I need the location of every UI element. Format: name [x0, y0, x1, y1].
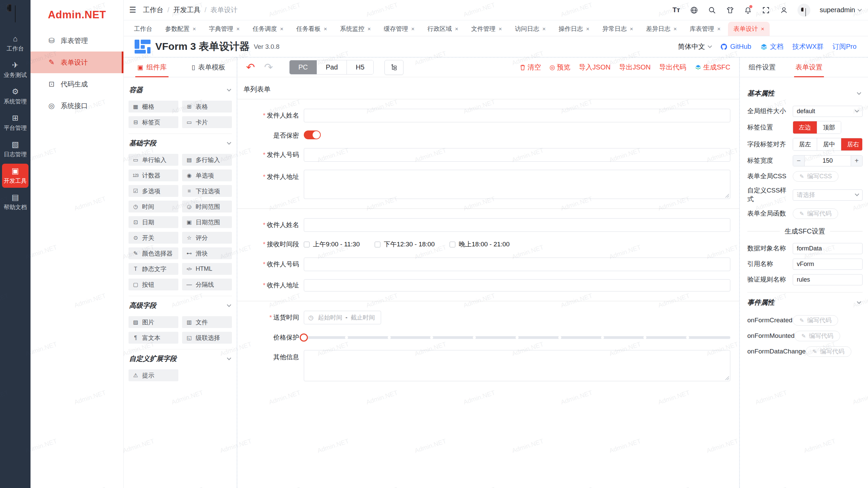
write-css-button[interactable]: ✎ 编写CSS — [793, 171, 839, 182]
widget-html[interactable]: </>HTML — [182, 263, 232, 275]
tab-exception-log[interactable]: 异常日志× — [597, 22, 638, 36]
generate-sfc-button[interactable]: 生成SFC — [695, 63, 730, 72]
widget-textarea[interactable]: ▤多行输入 — [182, 154, 232, 166]
tab-component-library[interactable]: ▣ 组件库 — [124, 58, 180, 77]
label-position-left[interactable]: 左边 — [793, 121, 817, 134]
write-code-button[interactable]: ✎ 编写代码 — [806, 346, 851, 357]
section-header-custom-fields[interactable]: 自定义扩展字段 — [129, 354, 231, 363]
tab-admin-region[interactable]: 行政区域× — [422, 22, 464, 36]
widget-button[interactable]: ▢按钮 — [129, 279, 178, 290]
sidebar-item-db-table-mgmt[interactable]: ⛁ 库表管理 — [31, 30, 123, 52]
label-align-right[interactable]: 居右 — [841, 138, 863, 150]
language-select[interactable]: 简体中文 — [678, 42, 711, 51]
widget-date[interactable]: ⊡日期 — [129, 216, 178, 228]
tab-cache-mgmt[interactable]: 缓存管理× — [378, 22, 420, 36]
widget-time-range[interactable]: ◶时间范围 — [182, 201, 232, 212]
close-icon[interactable]: × — [236, 26, 240, 32]
close-icon[interactable]: × — [280, 26, 283, 32]
widget-date-range[interactable]: ▣日期范围 — [182, 216, 232, 228]
user-avatar[interactable] — [797, 4, 810, 17]
price-protection-slider[interactable] — [304, 333, 730, 342]
widget-number[interactable]: 123计数器 — [129, 169, 178, 181]
tab-workbench[interactable]: 工作台 — [129, 22, 158, 36]
recipient-name-input[interactable] — [304, 218, 730, 232]
import-json-button[interactable]: 导入JSON — [579, 63, 610, 72]
close-icon[interactable]: × — [455, 26, 458, 32]
tab-dict-mgmt[interactable]: 字典管理× — [203, 22, 245, 36]
subscribe-pro-link[interactable]: 订阅Pro — [832, 42, 856, 51]
breadcrumb-item-home[interactable]: 工作台 — [143, 5, 163, 15]
tab-task-schedule[interactable]: 任务调度× — [247, 22, 289, 36]
tab-file-mgmt[interactable]: 文件管理× — [466, 22, 508, 36]
section-header-containers[interactable]: 容器 — [129, 85, 231, 95]
user-menu[interactable]: superadmin — [820, 6, 861, 14]
close-icon[interactable]: × — [368, 26, 371, 32]
widget-select[interactable]: ≡下拉选项 — [182, 185, 232, 197]
export-json-button[interactable]: 导出JSON — [619, 63, 651, 72]
export-code-button[interactable]: 导出代码 — [659, 63, 686, 72]
label-width-value[interactable]: 150 — [804, 156, 851, 166]
notification-button[interactable] — [744, 6, 752, 15]
widget-rich-text[interactable]: ¶富文本 — [129, 332, 178, 344]
widget-time[interactable]: ◷时间 — [129, 201, 178, 212]
sidebar-item-system-api[interactable]: ◎ 系统接口 — [31, 95, 123, 117]
label-align-center[interactable]: 居中 — [817, 138, 841, 150]
write-code-button[interactable]: ✎ 编写代码 — [794, 331, 840, 341]
collapse-menu-icon[interactable]: ☰ — [129, 6, 136, 14]
widget-tabs[interactable]: ⊟标签页 — [129, 116, 178, 128]
undo-button[interactable]: ↶ — [246, 62, 255, 73]
close-icon[interactable]: × — [630, 26, 633, 32]
widget-static-text[interactable]: T静态文字 — [129, 263, 178, 275]
widget-rate[interactable]: ☆评分 — [182, 232, 232, 244]
sender-number-input[interactable] — [304, 148, 730, 162]
widget-file[interactable]: ▥文件 — [182, 316, 232, 328]
widget-input[interactable]: ▭单行输入 — [129, 154, 178, 166]
tab-form-templates[interactable]: ▯ 表单模板 — [180, 58, 237, 77]
tab-param-config[interactable]: 参数配置× — [160, 22, 201, 36]
widget-slider[interactable]: ⊷滑块 — [182, 247, 232, 259]
sender-name-input[interactable] — [304, 109, 730, 122]
widget-table[interactable]: ⊞表格 — [182, 101, 232, 113]
fullscreen-button[interactable] — [762, 6, 770, 15]
increase-button[interactable]: + — [851, 156, 862, 166]
language-button[interactable] — [690, 6, 698, 15]
tab-system-monitor[interactable]: 系统监控× — [335, 22, 376, 36]
rail-item-business-test[interactable]: ✈ 业务测试 — [2, 58, 28, 82]
checkbox-evening[interactable]: 晚上18:00 - 21:00 — [450, 240, 510, 249]
custom-css-select[interactable]: 请选择 — [793, 189, 863, 201]
widget-alert[interactable]: ⚠提示 — [129, 369, 178, 381]
rules-name-input[interactable] — [793, 274, 863, 285]
label-position-top[interactable]: 顶部 — [817, 121, 841, 134]
confidential-switch[interactable] — [304, 130, 321, 139]
close-icon[interactable]: × — [717, 26, 721, 32]
close-icon[interactable]: × — [542, 26, 546, 32]
section-header-basic-fields[interactable]: 基础字段 — [129, 139, 231, 148]
theme-button[interactable] — [726, 6, 734, 15]
close-icon[interactable]: × — [499, 26, 502, 32]
data-object-name-input[interactable] — [793, 243, 863, 254]
preview-button[interactable]: ◎ 预览 — [550, 63, 571, 72]
device-pc-button[interactable]: PC — [290, 60, 317, 74]
sidebar-item-code-gen[interactable]: ⊡ 代码生成 — [31, 73, 123, 95]
sender-address-textarea[interactable] — [304, 170, 730, 199]
label-align-left[interactable]: 居左 — [793, 138, 817, 150]
rail-item-help-docs[interactable]: ▤ 帮助文档 — [2, 190, 28, 214]
widget-checkbox[interactable]: ☑多选项 — [129, 185, 178, 197]
checkbox-afternoon[interactable]: 下午12:30 - 18:00 — [375, 240, 435, 249]
widget-divider[interactable]: —分隔线 — [182, 279, 232, 290]
widget-grid[interactable]: ▦栅格 — [129, 101, 178, 113]
outline-tree-button[interactable] — [384, 60, 403, 75]
widget-color-picker[interactable]: ✎颜色选择器 — [129, 247, 178, 259]
tab-db-table-mgmt[interactable]: 库表管理× — [684, 22, 726, 36]
clear-button[interactable]: 清空 — [519, 63, 541, 72]
delivery-time-range-picker[interactable]: ◷ 起始时间 - 截止时间 — [304, 311, 381, 324]
section-header-advanced-fields[interactable]: 高级字段 — [129, 301, 231, 310]
wx-group-link[interactable]: 技术WX群 — [792, 42, 824, 51]
recipient-number-input[interactable] — [304, 258, 730, 271]
widget-switch[interactable]: ⊙开关 — [129, 232, 178, 244]
close-icon[interactable]: × — [586, 26, 589, 32]
breadcrumb-item-section[interactable]: 开发工具 — [173, 5, 200, 15]
widget-picture[interactable]: ▨图片 — [129, 316, 178, 328]
close-icon[interactable]: × — [193, 26, 196, 32]
font-size-button[interactable]: Tт — [672, 6, 680, 15]
